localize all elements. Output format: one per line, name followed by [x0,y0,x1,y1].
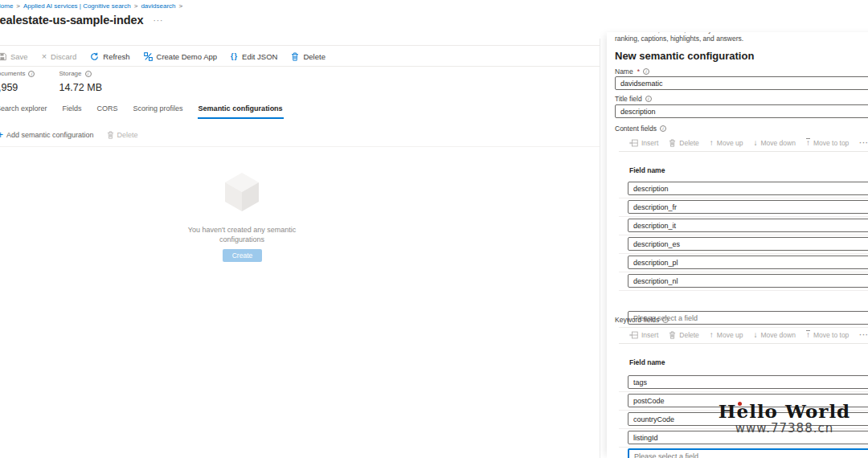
field-row [628,394,868,407]
delete-field-button[interactable]: Delete [669,331,699,339]
move-to-top-button[interactable]: ↑ Move to top [806,330,849,339]
move-up-button[interactable]: ↑ Move up [710,331,743,339]
field-row [628,375,868,389]
field-name-header: Field name [629,358,665,366]
content-fields-label: Content fieldsi [615,125,666,133]
more-icon: ··· [859,139,868,147]
field-name-input[interactable] [628,256,868,269]
semantic-command-bar: + Add semantic configuration Delete [0,130,138,140]
content-fields-rows [628,182,868,292]
tab-cors[interactable]: CORS [96,104,119,119]
info-icon[interactable]: i [28,71,35,77]
stats: Documentsi 4,959 Storagei 14.72 MB [0,70,102,93]
field-row [628,200,868,214]
insert-button[interactable]: Insert [629,331,658,339]
storage-stat: Storagei 14.72 MB [59,70,102,93]
page-title: realestate-us-sample-index [0,14,143,27]
panel-heading: New semantic configuration [615,50,754,62]
field-row [628,412,868,426]
info-icon[interactable]: i [85,71,92,77]
breadcrumb-link-cognitive-search[interactable]: Applied AI services | Cognitive search [23,2,131,10]
more-commands-button[interactable]: ··· [859,139,868,147]
field-name-input[interactable] [628,219,868,232]
field-name-input[interactable] [628,274,868,288]
breadcrumb-separator: > [179,2,183,10]
field-name-input[interactable] [628,182,868,195]
refresh-button[interactable]: Refresh [90,52,129,61]
arrow-to-top-icon: ↑ [806,330,810,339]
tab-semantic-configurations[interactable]: Semantic configurations [198,104,284,119]
toolbar-bottom-divider [0,66,600,67]
documents-stat: Documentsi 4,959 [0,70,35,93]
content-fields-toolbar: Insert Delete ↑ Move up ↓ Move down ↑ Mo… [629,138,868,147]
delete-field-button[interactable]: Delete [669,139,699,147]
insert-icon [629,139,638,147]
title-field-label: Title fieldi [615,95,652,103]
field-name-input[interactable] [628,412,868,426]
create-demo-app-button[interactable]: Create Demo App [144,52,218,61]
arrow-up-icon: ↑ [710,139,714,147]
delete-configuration-button[interactable]: Delete [107,131,138,139]
field-name-header: Field name [629,166,665,174]
storage-value: 14.72 MB [59,82,102,93]
save-button[interactable]: Save [0,52,28,61]
discard-button[interactable]: × Discard [42,52,77,61]
tab-scoring-profiles[interactable]: Scoring profiles [133,104,184,119]
insert-icon [629,331,638,339]
info-icon[interactable]: i [643,68,649,75]
add-semantic-configuration-button[interactable]: + Add semantic configuration [0,130,94,140]
info-icon[interactable]: i [645,96,652,102]
refresh-icon [90,52,99,61]
title-field-input[interactable] [615,104,868,118]
keyword-fields-label: Keyword fieldsi [615,316,669,324]
field-name-input[interactable] [628,200,868,214]
field-name-input[interactable] [628,237,868,251]
title-more-button[interactable]: ··· [153,16,163,25]
create-button[interactable]: Create [223,249,262,262]
breadcrumb: Home>Applied AI services | Cognitive sea… [0,2,186,10]
add-field-select-focused[interactable] [628,448,868,458]
field-row [628,274,868,288]
insert-button[interactable]: Insert [629,139,658,147]
empty-state-message: You haven't created any semantic configu… [121,225,362,244]
move-down-button[interactable]: ↓ Move down [753,139,795,147]
move-down-button[interactable]: ↓ Move down [753,331,795,339]
field-row [628,448,868,458]
name-input[interactable] [615,76,868,90]
delete-index-button[interactable]: Delete [291,52,325,61]
keyword-fields-placeholder-row [628,448,868,458]
breadcrumb-separator: > [16,2,20,10]
field-row [628,237,868,251]
breadcrumb-separator: > [134,2,138,10]
discard-icon: × [42,52,47,61]
braces-icon: {} [231,52,238,60]
trash-icon [107,131,114,139]
panel-description: Select the title, content, and keyword f… [615,32,868,48]
field-row [628,182,868,195]
info-icon[interactable]: i [662,317,669,323]
field-name-input[interactable] [628,375,868,389]
edit-json-button[interactable]: {} Edit JSON [231,52,277,61]
field-name-input[interactable] [628,394,868,407]
field-name-input[interactable] [628,431,868,444]
plus-icon: + [0,130,3,140]
field-row [628,219,868,232]
move-to-top-button[interactable]: ↑ Move to top [806,138,849,147]
move-up-button[interactable]: ↑ Move up [710,139,743,147]
breadcrumb-link-davidsearch[interactable]: davidsearch [141,2,175,10]
more-icon: ··· [859,331,868,339]
breadcrumb-link-home[interactable]: Home [0,2,13,10]
storage-label: Storage [59,70,81,77]
keyword-fields-rows [628,375,868,449]
more-commands-button[interactable]: ··· [859,331,868,339]
toolbar-top-divider [0,45,600,46]
content-panel-border [600,39,600,458]
info-icon[interactable]: i [660,125,666,132]
save-icon [0,52,6,61]
field-row [628,256,868,269]
tab-fields[interactable]: Fields [62,104,83,119]
required-mark: * [637,67,640,76]
tab-search-explorer[interactable]: Search explorer [0,104,48,119]
trash-icon [291,52,299,61]
field-row [628,431,868,444]
